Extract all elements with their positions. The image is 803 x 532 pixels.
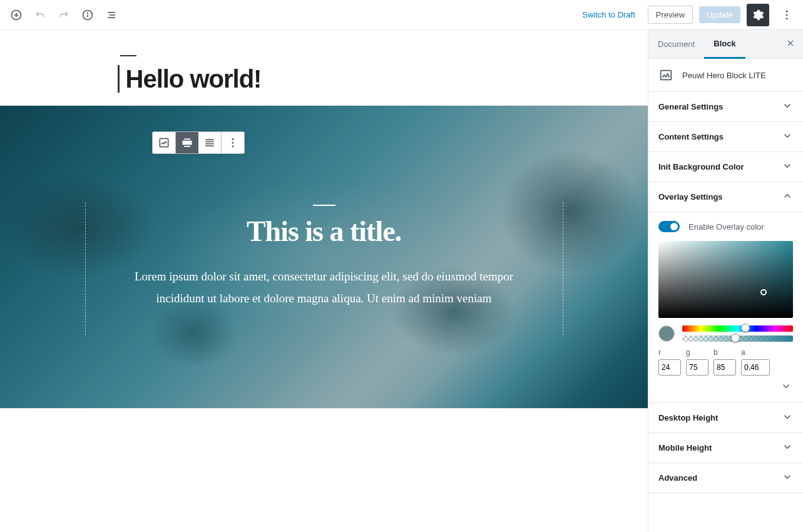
panel-label: Overlay Settings xyxy=(658,192,723,202)
svg-rect-12 xyxy=(160,138,168,146)
svg-point-10 xyxy=(786,14,788,16)
hero-block-icon xyxy=(658,68,673,83)
outline-button[interactable] xyxy=(100,4,123,26)
hue-slider[interactable] xyxy=(682,325,793,332)
block-type-button[interactable] xyxy=(153,132,175,153)
chevron-down-icon xyxy=(782,100,793,113)
block-toolbar xyxy=(152,131,245,154)
update-button: Update xyxy=(699,6,740,23)
color-saturation-field[interactable] xyxy=(658,241,793,318)
tab-block[interactable]: Block xyxy=(704,30,745,59)
r-label: r xyxy=(658,348,681,357)
overlay-panel-body: Enable Overlay color r xyxy=(648,212,803,403)
panel-label: General Settings xyxy=(658,102,723,111)
alpha-slider[interactable] xyxy=(682,335,793,342)
align-wide-button[interactable] xyxy=(176,132,198,153)
post-title-area: Hello world! xyxy=(0,30,648,105)
enable-overlay-toggle[interactable] xyxy=(658,221,680,232)
undo-button[interactable] xyxy=(29,4,51,26)
hero-accent xyxy=(313,205,335,206)
saturation-handle[interactable] xyxy=(760,289,767,295)
a-input[interactable] xyxy=(741,359,770,376)
hero-content: This is a title. Lorem ipsum dolor sit a… xyxy=(80,205,568,309)
g-label: g xyxy=(686,348,708,357)
editor-canvas[interactable]: Hello world! xyxy=(0,30,648,532)
chevron-down-icon xyxy=(782,471,793,484)
title-accent xyxy=(120,55,136,56)
settings-sidebar: Document Block Peuwl Hero Block LITE Gen… xyxy=(648,30,803,532)
panel-label: Desktop Height xyxy=(658,413,718,422)
block-more-button[interactable] xyxy=(222,132,244,153)
chevron-down-icon[interactable] xyxy=(780,384,792,394)
panel-label: Advanced xyxy=(658,473,697,483)
panel-overlay-settings[interactable]: Overlay Settings xyxy=(648,182,803,212)
enable-overlay-row: Enable Overlay color xyxy=(658,221,793,232)
b-input[interactable] xyxy=(713,359,736,376)
panel-init-bg-color[interactable]: Init Background Color xyxy=(648,152,803,182)
post-title[interactable]: Hello world! xyxy=(118,65,543,93)
hero-block[interactable]: This is a title. Lorem ipsum dolor sit a… xyxy=(0,106,648,408)
add-block-button[interactable] xyxy=(5,4,28,26)
preview-button[interactable]: Preview xyxy=(648,6,693,24)
svg-point-9 xyxy=(786,10,788,12)
editor-top-bar: Switch to Draft Preview Update xyxy=(0,0,803,30)
panel-label: Content Settings xyxy=(658,132,724,141)
editor-main: Hello world! xyxy=(0,30,803,532)
top-right-actions: Switch to Draft Preview Update xyxy=(576,4,798,26)
panel-mobile-height[interactable]: Mobile Height xyxy=(648,433,803,463)
chevron-up-icon xyxy=(782,190,793,203)
tab-document[interactable]: Document xyxy=(648,31,704,58)
canvas-divider-bottom xyxy=(0,408,648,409)
panel-desktop-height[interactable]: Desktop Height xyxy=(648,403,803,433)
switch-to-draft-button[interactable]: Switch to Draft xyxy=(576,6,642,23)
info-button[interactable] xyxy=(76,4,99,26)
block-card: Peuwl Hero Block LITE xyxy=(648,59,803,92)
a-label: a xyxy=(741,348,770,357)
settings-button[interactable] xyxy=(747,4,769,26)
align-full-button[interactable] xyxy=(198,132,221,153)
color-swatch xyxy=(658,325,675,342)
alpha-handle[interactable] xyxy=(731,334,740,342)
enable-overlay-label: Enable Overlay color xyxy=(688,222,764,232)
svg-point-5 xyxy=(88,13,88,13)
panel-label: Init Background Color xyxy=(658,162,744,171)
close-sidebar-button[interactable] xyxy=(778,32,803,56)
color-sliders-row xyxy=(658,325,793,342)
panel-general-settings[interactable]: General Settings xyxy=(648,92,803,122)
block-card-title: Peuwl Hero Block LITE xyxy=(682,71,766,80)
hero-body[interactable]: Lorem ipsum dolor sit amet, consectetur … xyxy=(124,265,524,309)
panel-content-settings[interactable]: Content Settings xyxy=(648,122,803,152)
more-menu-button[interactable] xyxy=(775,4,798,26)
rgba-inputs: r g b a xyxy=(658,348,793,376)
color-expand-row xyxy=(658,376,793,397)
hero-title[interactable]: This is a title. xyxy=(124,215,524,248)
r-input[interactable] xyxy=(658,359,681,376)
chevron-down-icon xyxy=(782,411,793,424)
panel-label: Mobile Height xyxy=(658,443,712,453)
panel-advanced[interactable]: Advanced xyxy=(648,463,803,493)
svg-point-11 xyxy=(786,18,788,19)
svg-point-22 xyxy=(232,145,234,147)
svg-point-20 xyxy=(232,138,234,140)
svg-point-21 xyxy=(232,142,234,144)
redo-button[interactable] xyxy=(53,4,75,26)
svg-rect-13 xyxy=(183,141,192,145)
chevron-down-icon xyxy=(782,160,793,173)
chevron-down-icon xyxy=(782,130,793,143)
b-label: b xyxy=(713,348,736,357)
g-input[interactable] xyxy=(686,359,708,376)
chevron-down-icon xyxy=(782,441,793,454)
sidebar-tabs: Document Block xyxy=(648,30,803,59)
hue-handle[interactable] xyxy=(741,324,750,332)
svg-rect-25 xyxy=(661,71,672,80)
top-left-tools xyxy=(5,4,123,26)
